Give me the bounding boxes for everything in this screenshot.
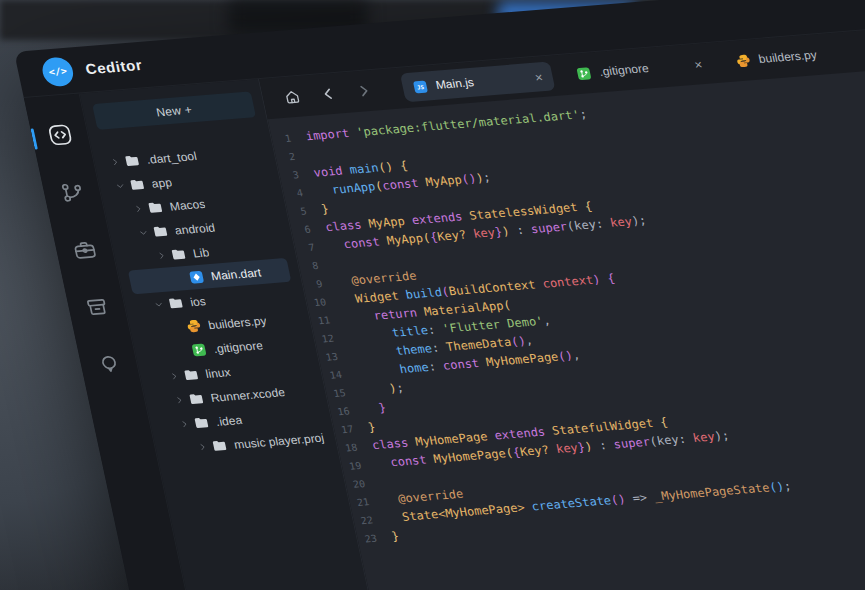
tab-close-icon[interactable]: × — [679, 58, 703, 72]
tab-close-icon[interactable]: × — [851, 44, 865, 58]
folder-icon — [151, 224, 169, 240]
tab-main-js[interactable]: JSMain.js× — [400, 61, 556, 102]
tree-item-label: Runner.xcode — [209, 385, 286, 404]
code-text: } — [362, 399, 388, 419]
tree-item-label: builders.py — [207, 314, 268, 332]
tree-item-label: Macos — [168, 197, 206, 213]
tree-item-label: Main.dart — [210, 265, 263, 282]
python-file-icon — [734, 53, 752, 69]
tree-item-label: linux — [204, 365, 231, 380]
archive-icon — [82, 295, 112, 324]
activity-explorer-button[interactable] — [40, 119, 81, 154]
git-icon — [190, 342, 208, 358]
tree-item-label: .dart_tool — [145, 149, 198, 166]
folder-icon — [123, 153, 141, 169]
activity-archive-button[interactable] — [77, 291, 118, 326]
tree-item-label: ios — [189, 294, 207, 309]
bulb-icon — [94, 352, 124, 381]
tab-label: builders.py — [757, 48, 818, 66]
new-file-button[interactable]: New + — [92, 91, 256, 130]
briefcase-icon — [70, 237, 100, 266]
tab-label: Main.js — [434, 75, 475, 91]
indent-spacer — [175, 278, 189, 279]
folder-icon — [211, 438, 229, 454]
code-icon — [45, 122, 75, 151]
tab-builders-py[interactable]: builders.py× — [723, 35, 865, 76]
svg-text:JS: JS — [416, 84, 424, 90]
tree-item-label: Lib — [192, 245, 211, 260]
indent-spacer — [172, 327, 186, 328]
git-file-icon — [575, 66, 593, 82]
nav-back-button[interactable] — [313, 80, 344, 107]
python-icon — [185, 318, 203, 334]
folder-icon — [187, 391, 205, 407]
editor-window: </> Ceditor × New + .dart_toolappMacosan… — [14, 0, 865, 590]
main-area: New + .dart_toolappMacosandroidLibMain.d… — [24, 22, 865, 590]
jsfile-file-icon: JS — [411, 79, 429, 95]
dart-icon — [188, 269, 206, 285]
branch-icon — [58, 180, 88, 209]
folder-icon — [167, 295, 185, 311]
folder-icon — [146, 200, 164, 216]
folder-icon — [170, 247, 188, 263]
tree-item-label: app — [150, 175, 173, 190]
tab-label: .gitignore — [598, 61, 650, 78]
home-icon[interactable] — [277, 83, 308, 110]
app-logo-icon: </> — [40, 56, 76, 87]
activity-source-control-button[interactable] — [52, 177, 93, 212]
activity-toolbox-button[interactable] — [64, 234, 105, 269]
indent-spacer — [178, 351, 192, 352]
tree-item-label: .gitignore — [212, 338, 264, 355]
tree-item-label: android — [173, 220, 216, 237]
tab-close-icon[interactable]: × — [520, 70, 544, 84]
line-number: 23 — [356, 528, 394, 549]
tree-item-label: .idea — [214, 413, 243, 428]
app-title: Ceditor — [84, 56, 144, 77]
tree-item-label: music player.proj — [233, 431, 326, 452]
code-text: ); — [359, 379, 406, 401]
folder-icon — [128, 177, 146, 193]
code-area[interactable]: 1import 'package:flutter/material.dart';… — [268, 62, 865, 590]
editor-column: JSMain.js×.gitignore×builders.py× 1impor… — [259, 22, 865, 590]
editor-window-scene: </> Ceditor × New + .dart_toolappMacosan… — [14, 0, 865, 590]
nav-forward-button[interactable] — [348, 78, 379, 105]
tab-gitignore[interactable]: .gitignore× — [563, 49, 715, 89]
activity-ideas-button[interactable] — [89, 349, 130, 384]
folder-icon — [182, 367, 200, 383]
folder-icon — [192, 415, 210, 431]
